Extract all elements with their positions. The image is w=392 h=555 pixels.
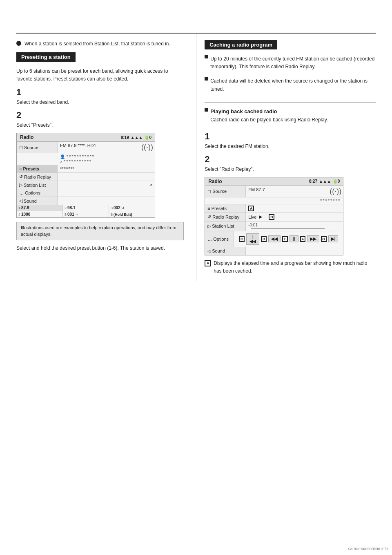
preset-6[interactable]: 6 (Hold Edit) bbox=[109, 211, 155, 217]
radio-title-2: Radio bbox=[208, 179, 222, 184]
note-text: Illustrations used are examples to help … bbox=[21, 225, 176, 236]
person-icon: 👤 bbox=[60, 154, 65, 159]
r-options-label: … Options bbox=[205, 231, 234, 247]
source-content: FM 87.9 ****–HD1 bbox=[58, 142, 140, 153]
radio-header-1: Radio 8:19 ▲▲▲ 🔋0 bbox=[17, 133, 155, 142]
preset-5[interactable]: 5 001 → bbox=[63, 211, 109, 217]
r-source-content: FM 87.7 bbox=[246, 186, 328, 197]
r-menu-row-station-list: ▷ Station List -0:01 bbox=[205, 222, 343, 231]
r-sound-label: ◁ Sound bbox=[205, 247, 246, 255]
section2-text: Cached radio can be played back using Ra… bbox=[210, 116, 328, 124]
artist-stars: *********** bbox=[67, 154, 95, 159]
preset-3-icon: ↺ bbox=[121, 206, 125, 210]
replay-content bbox=[58, 173, 155, 181]
presetting-section-title: Presetting a station bbox=[16, 52, 76, 62]
station-list-label: ▷ Station List bbox=[17, 181, 58, 189]
r-step2-text: Select "Radio Replay". bbox=[205, 166, 376, 173]
r-step1-text: Select the desired FM station. bbox=[205, 143, 376, 150]
ctrl-skip-end[interactable]: ▶| bbox=[328, 235, 339, 242]
fm-info: FM 87.9 ****–HD1 bbox=[60, 143, 96, 148]
r-source-icon: ◻ bbox=[207, 189, 211, 194]
ctrl-label-E: E bbox=[282, 236, 288, 242]
r-source-label: ◻ Source bbox=[205, 186, 246, 197]
step1-number: 1 bbox=[16, 87, 184, 98]
r-stars-row: ******** bbox=[205, 197, 343, 204]
preset-freq-2: 98.1 bbox=[67, 206, 75, 210]
label-B-badge: B bbox=[269, 214, 274, 220]
sq-bullet-1 bbox=[205, 55, 208, 58]
r-wifi-icon: ((·)) bbox=[330, 187, 341, 195]
radio-ui-mockup-2: Radio 8:27 ▲▲▲ 🔋0 ◻ Source FM 87.7 bbox=[205, 177, 343, 255]
preset-num-2: 2 bbox=[65, 206, 67, 210]
preset-freq-3: 002 bbox=[114, 206, 120, 210]
preset-num-4: 4 bbox=[18, 213, 20, 217]
sq-bullet-3 bbox=[205, 108, 208, 112]
r-menu-row-replay: ↺ Radio Replay Live ▶ B bbox=[205, 213, 343, 222]
signal-icon-2: ▲▲▲ bbox=[319, 179, 331, 184]
sq-bullet-2 bbox=[205, 77, 208, 81]
radio-time-2: 8:27 bbox=[309, 179, 317, 184]
preset-2[interactable]: 2 98.1 bbox=[63, 205, 109, 211]
preset-freq-1: 87.9 bbox=[21, 206, 29, 210]
preset-num-6: 6 bbox=[111, 213, 113, 217]
menu-row-sound: ◁ Sound bbox=[17, 197, 155, 205]
bullet-intro-text: When a station is selected from Station … bbox=[24, 40, 170, 47]
r-presets-icon: ≡ bbox=[207, 206, 210, 211]
live-row: Live ▶ B bbox=[248, 214, 341, 220]
r-menu-row-options: … Options C |◀◀ D ◀◀ E || F bbox=[205, 231, 343, 247]
preset-4[interactable]: 4 1000 bbox=[17, 211, 63, 217]
label-A-icon: A bbox=[205, 260, 211, 266]
caching-block2: Cached data will be deleted when the sou… bbox=[205, 77, 376, 96]
main-content: When a station is selected from Station … bbox=[0, 34, 392, 281]
r-sound-content bbox=[246, 247, 343, 255]
label-A-badge: A bbox=[248, 206, 254, 211]
ctrl-skip-start[interactable]: |◀◀ bbox=[246, 233, 259, 245]
preset-freq-6: (Hold Edit) bbox=[114, 213, 132, 217]
signal-icon-1: ▲▲▲ bbox=[131, 135, 143, 140]
r-menu-row-presets: ≡ Presets A bbox=[205, 204, 343, 213]
r-options-icon: … bbox=[207, 237, 212, 242]
progress-bar bbox=[251, 228, 325, 229]
menu-row-presets: ≡ Presets ******** bbox=[17, 165, 155, 173]
r-replay-label: ↺ Radio Replay bbox=[205, 213, 246, 221]
step2-text: Select "Presets". bbox=[16, 121, 184, 129]
ctrl-label-G: G bbox=[321, 236, 327, 242]
preset-1[interactable]: 1 87.9 bbox=[17, 205, 63, 211]
live-arrow: ▶ bbox=[259, 214, 262, 219]
ctrl-forward[interactable]: ▶▶ bbox=[307, 235, 319, 242]
signal-display: ((·)) bbox=[140, 142, 155, 153]
step2-number: 2 bbox=[16, 110, 184, 121]
preset-row-1: 1 87.9 2 98.1 3 002 ↺ bbox=[17, 205, 155, 211]
preset-freq-4: 1000 bbox=[21, 212, 30, 217]
presets-content: ******** bbox=[58, 165, 155, 172]
sound-icon: ◁ bbox=[19, 198, 22, 204]
left-column: When a station is selected from Station … bbox=[16, 34, 196, 281]
sub-info-row: 👤 *********** ♪ *********** bbox=[17, 153, 155, 165]
preset-5-icon: → bbox=[75, 213, 79, 217]
menu-row-station-list: ▷ Station List > bbox=[17, 181, 155, 189]
r-station-list-icon: ▷ bbox=[207, 224, 211, 229]
radio-time-1: 8:19 bbox=[121, 135, 129, 140]
r-step1-number: 1 bbox=[205, 131, 376, 142]
battery-icon-2: 🔋0 bbox=[333, 179, 340, 184]
battery-icon-1: 🔋0 bbox=[144, 135, 151, 140]
progress-time: -0:01 bbox=[248, 223, 341, 227]
preset-3[interactable]: 3 002 ↺ bbox=[109, 205, 155, 211]
r-sound-icon: ◁ bbox=[207, 248, 211, 254]
ctrl-pause[interactable]: || bbox=[290, 235, 298, 242]
source-label: ◻ Source bbox=[17, 142, 58, 153]
caching-block2-text: Cached data will be deleted when the sou… bbox=[210, 77, 376, 93]
presets-label: ≡ Presets bbox=[17, 165, 58, 172]
stars-row-1: 👤 *********** bbox=[60, 154, 152, 159]
section2-header: Playing back cached radio Cached radio c… bbox=[205, 108, 376, 127]
preset-num-3: 3 bbox=[111, 206, 113, 210]
sound-content bbox=[58, 197, 155, 205]
song-stars: *********** bbox=[64, 159, 92, 164]
ctrl-rewind[interactable]: ◀◀ bbox=[268, 235, 281, 242]
r-signal-display: ((·)) bbox=[328, 186, 343, 197]
menu-row-options: … Options bbox=[17, 189, 155, 197]
station-list-icon: ▷ bbox=[19, 182, 22, 188]
caching-block1: Up to 20 minutes of the currently tuned … bbox=[205, 55, 376, 74]
r-replay-content: Live ▶ B bbox=[246, 213, 343, 221]
r-menu-row-source: ◻ Source FM 87.7 ((·)) bbox=[205, 186, 343, 197]
